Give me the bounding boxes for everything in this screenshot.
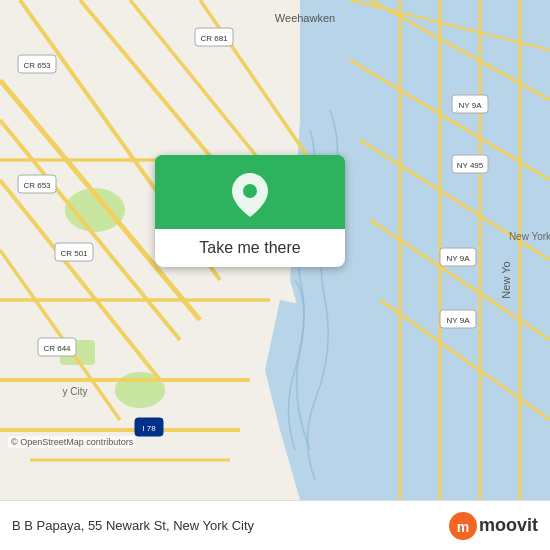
map-copyright: © OpenStreetMap contributors xyxy=(8,436,136,448)
svg-text:NY 9A: NY 9A xyxy=(459,101,483,110)
svg-text:Weehawken: Weehawken xyxy=(275,12,335,24)
svg-text:CR 653: CR 653 xyxy=(23,181,51,190)
svg-point-54 xyxy=(243,184,257,198)
take-me-there-button[interactable]: Take me there xyxy=(155,155,345,267)
svg-text:New Yo: New Yo xyxy=(500,261,512,298)
location-pin-icon xyxy=(232,173,268,217)
map-container: CR 653 CR 653 CR 681 CR 501 CR 644 I 78 … xyxy=(0,0,550,500)
svg-text:NY 495: NY 495 xyxy=(457,161,484,170)
svg-text:I 78: I 78 xyxy=(142,424,156,433)
svg-text:NY 9A: NY 9A xyxy=(447,254,471,263)
svg-text:CR 501: CR 501 xyxy=(60,249,88,258)
footer: B B Papaya, 55 Newark St, New York City … xyxy=(0,500,550,550)
moovit-text: moovit xyxy=(479,515,538,536)
svg-text:CR 653: CR 653 xyxy=(23,61,51,70)
moovit-icon: m xyxy=(449,512,477,540)
svg-text:CR 681: CR 681 xyxy=(200,34,228,43)
moovit-logo: m moovit xyxy=(449,512,538,540)
svg-text:NY 9A: NY 9A xyxy=(447,316,471,325)
take-me-there-label: Take me there xyxy=(155,229,345,267)
svg-text:New York: New York xyxy=(509,231,550,242)
address-label: B B Papaya, 55 Newark St, New York City xyxy=(12,518,254,533)
button-icon-area xyxy=(155,155,345,229)
svg-text:m: m xyxy=(457,519,469,535)
svg-text:CR 644: CR 644 xyxy=(43,344,71,353)
svg-text:y City: y City xyxy=(63,386,88,397)
